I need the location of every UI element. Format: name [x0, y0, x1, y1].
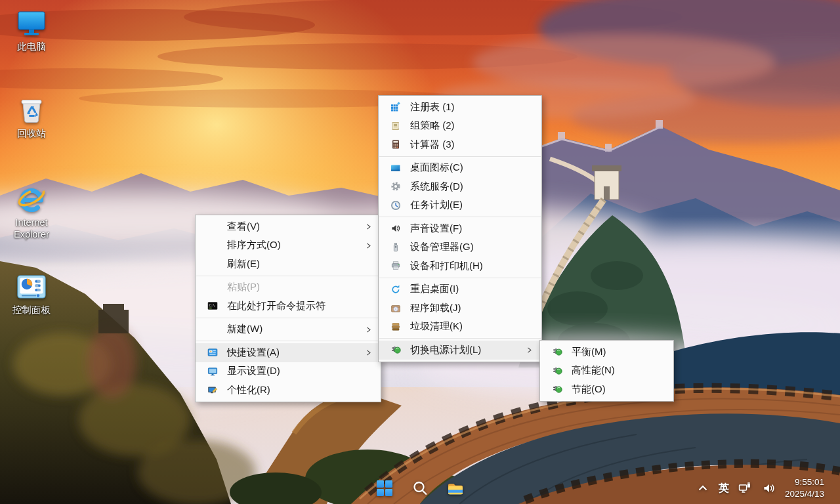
menu-item-label: 快捷设置(A) — [227, 346, 364, 359]
menu-item-label: 高性能(N) — [572, 364, 673, 377]
desktop-icon-recycle-bin[interactable]: 回收站 — [1, 94, 62, 140]
menu-item-8[interactable]: 声音设置(F) — [379, 219, 541, 238]
submenu-arrow-icon — [364, 221, 375, 232]
menu-separator — [379, 156, 541, 157]
menu-item-0[interactable]: 查看(V) — [196, 217, 381, 236]
menu-item-label: 新建(W) — [227, 323, 364, 335]
menu-item-label: 刷新(E) — [227, 258, 381, 270]
menu-item-label: 查看(V) — [227, 220, 364, 233]
menu-item-7[interactable]: 新建(W) — [196, 320, 381, 339]
menu-item-9[interactable]: 设备管理器(G) — [379, 238, 541, 257]
menu-separator — [379, 217, 541, 217]
menu-item-label: 在此处打开命令提示符 — [227, 300, 381, 312]
menu-item-label: 程序卸载(J) — [410, 302, 541, 314]
desktop-icon-control-panel[interactable]: 控制面板 — [1, 271, 62, 316]
power-plan-icon — [552, 384, 562, 394]
desktop-icon-label: 控制面板 — [1, 304, 62, 316]
menu-item-5[interactable]: C:\在此处打开命令提示符 — [196, 297, 381, 316]
menu-item-12[interactable]: 重启桌面(I) — [379, 280, 541, 299]
menu-item-1[interactable]: 高性能(N) — [540, 362, 673, 381]
menu-item-5[interactable]: 系统服务(D) — [379, 177, 541, 196]
menu-item-0[interactable]: 注册表 (1) — [379, 98, 541, 117]
menu-separator — [379, 278, 541, 278]
calculator-icon — [390, 139, 401, 150]
menu-item-4: 粘贴(P) — [196, 278, 381, 297]
services-icon — [390, 181, 401, 192]
menu-item-label: 桌面图标(C) — [410, 161, 541, 174]
menu-item-16[interactable]: 切换电源计划(L) — [379, 341, 541, 360]
win-start-icon — [376, 480, 393, 497]
menu-item-label: 设备和打印机(H) — [410, 260, 541, 272]
submenu-arrow-icon — [364, 324, 375, 335]
taskbar: 英 9:55:01 2025/4/13 — [0, 472, 840, 504]
file-explorer-button[interactable] — [442, 475, 469, 501]
device-manager-icon — [390, 242, 401, 253]
this-pc-icon — [16, 8, 47, 39]
svg-text:C:\: C:\ — [209, 304, 215, 308]
menu-separator — [196, 276, 380, 276]
search-icon — [411, 480, 429, 497]
context-menu-desktop: 查看(V)排序方式(O)刷新(E)粘贴(P)C:\在此处打开命令提示符新建(W)… — [195, 215, 381, 402]
menu-item-label: 个性化(R) — [227, 384, 381, 396]
menu-item-label: 平衡(M) — [572, 346, 673, 358]
group-policy-icon — [390, 121, 401, 131]
desktop-icon-label: 此电脑 — [1, 41, 62, 53]
sound-icon — [390, 223, 401, 234]
menu-item-13[interactable]: 程序卸载(J) — [379, 299, 541, 318]
menu-item-label: 节能(O) — [572, 383, 673, 396]
personalization-icon — [207, 385, 218, 395]
menu-item-label: 重启桌面(I) — [410, 283, 541, 295]
task-scheduler-icon — [390, 200, 401, 211]
menu-item-icon-space — [207, 221, 218, 232]
clock[interactable]: 9:55:01 2025/4/13 — [785, 476, 824, 499]
submenu-arrow-icon — [364, 240, 375, 251]
desktop: 此电脑回收站Internet Explorer控制面板 查看(V)排序方式(O)… — [0, 0, 840, 504]
clock-time: 9:55:01 — [785, 476, 824, 488]
menu-item-0[interactable]: 平衡(M) — [540, 343, 673, 362]
menu-item-label: 计算器 (3) — [410, 138, 541, 151]
menu-item-1[interactable]: 排序方式(O) — [196, 236, 381, 255]
desktop-icon-internet-explorer[interactable]: Internet Explorer — [1, 184, 62, 240]
menu-item-label: 声音设置(F) — [410, 222, 541, 235]
clock-date: 2025/4/13 — [785, 488, 824, 500]
restart-icon — [390, 284, 401, 295]
menu-item-11[interactable]: 个性化(R) — [196, 381, 381, 400]
menu-item-9[interactable]: 快捷设置(A) — [196, 343, 381, 362]
menu-item-label: 显示设置(D) — [227, 365, 381, 377]
ime-indicator[interactable]: 英 — [719, 482, 729, 495]
menu-item-label: 粘贴(P) — [227, 281, 381, 293]
submenu-arrow-icon — [364, 347, 375, 358]
menu-separator — [196, 318, 380, 318]
power-plan-icon — [552, 366, 562, 376]
taskbar-center — [371, 472, 469, 504]
search-button[interactable] — [407, 475, 433, 501]
menu-item-label: 组策略 (2) — [410, 119, 541, 132]
quick-settings-icon — [207, 347, 218, 358]
network-icon[interactable] — [736, 480, 753, 497]
desktop-icon-label: 回收站 — [1, 128, 62, 140]
menu-item-4[interactable]: 桌面图标(C) — [379, 159, 541, 178]
power-plan-icon — [552, 346, 562, 357]
control-panel-icon — [16, 271, 47, 303]
menu-item-label: 切换电源计划(L) — [410, 344, 525, 356]
menu-item-2[interactable]: 刷新(E) — [196, 255, 381, 274]
volume-icon[interactable] — [761, 480, 778, 497]
cmd-icon: C:\ — [207, 301, 218, 311]
menu-item-10[interactable]: 显示设置(D) — [196, 362, 381, 381]
menu-item-2[interactable]: 计算器 (3) — [379, 135, 541, 154]
menu-item-icon-space — [207, 259, 218, 269]
menu-item-10[interactable]: 设备和打印机(H) — [379, 257, 541, 276]
system-tray: 英 9:55:01 2025/4/13 — [694, 472, 840, 504]
power-plan-icon — [390, 345, 401, 355]
tray-chevron-up-icon[interactable] — [694, 480, 711, 497]
menu-item-label: 系统服务(D) — [410, 180, 541, 193]
desktop-icons-icon — [390, 163, 401, 173]
menu-item-14[interactable]: 垃圾清理(K) — [379, 318, 541, 337]
menu-item-1[interactable]: 组策略 (2) — [379, 117, 541, 136]
win-start-button[interactable] — [371, 475, 398, 501]
submenu-power-plan: 平衡(M)高性能(N)节能(O) — [539, 340, 674, 402]
menu-item-6[interactable]: 任务计划(E) — [379, 196, 541, 215]
menu-item-2[interactable]: 节能(O) — [540, 380, 673, 399]
desktop-icon-this-pc[interactable]: 此电脑 — [1, 8, 62, 53]
desktop-icon-list: 此电脑回收站Internet Explorer控制面板 — [1, 0, 62, 504]
